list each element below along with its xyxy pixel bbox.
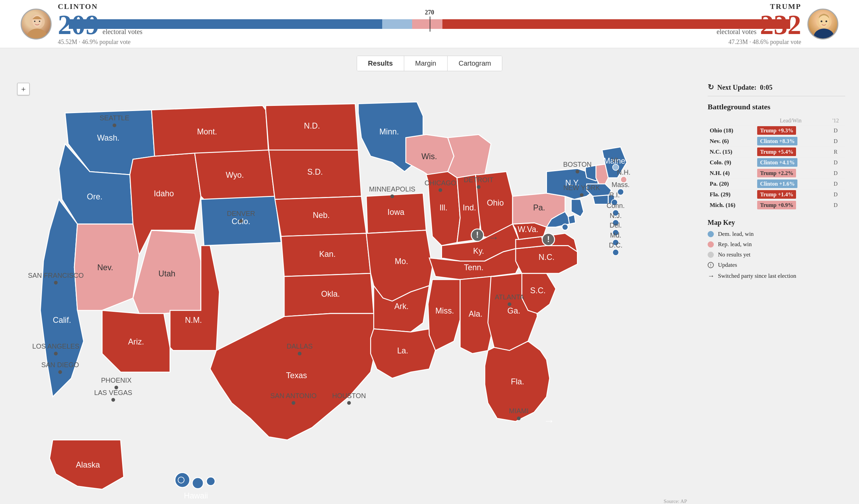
label-del-small: Del. <box>610 221 622 229</box>
threshold-line <box>430 17 430 32</box>
svg-point-6 <box>814 29 834 40</box>
city-phoenix: PHOENIX <box>101 376 132 384</box>
state-wyoming[interactable] <box>195 150 275 202</box>
key-updates: ! Updates <box>708 262 845 269</box>
battleground-y12-0: D <box>826 125 845 136</box>
battleground-lead-5: Clinton +1.6% <box>755 179 826 189</box>
state-mississippi[interactable] <box>428 280 460 350</box>
state-nevada[interactable] <box>74 224 139 310</box>
battleground-row-1[interactable]: Nev. (6)Clinton +8.3%D <box>708 136 845 147</box>
city-atlanta: ATLANTA <box>495 293 525 301</box>
battleground-lead-4: Trump +2.2% <box>755 168 826 179</box>
city-nyc: NEW YORK <box>563 184 600 191</box>
key-updates-label: Updates <box>718 262 737 269</box>
state-louisiana[interactable] <box>371 329 435 379</box>
key-dot-none <box>708 252 714 258</box>
dot-dc-small <box>613 249 619 255</box>
battleground-state-name-1: Nev. (6) <box>708 136 755 147</box>
key-switched: → Switched party since last election <box>708 272 845 280</box>
key-exclaim-icon: ! <box>708 262 714 268</box>
battleground-row-4[interactable]: N.H. (4)Trump +2.2%D <box>708 168 845 179</box>
arrow-indiana: → <box>488 231 499 244</box>
bar-trump <box>442 19 790 29</box>
dot-boston <box>576 170 579 174</box>
state-nebraska[interactable] <box>275 196 366 237</box>
state-texas[interactable] <box>210 314 377 440</box>
next-update-label: Next Update: <box>717 84 756 91</box>
state-south-carolina[interactable] <box>522 273 556 314</box>
dot-sf <box>54 281 58 285</box>
key-dem: Dem. lead, win <box>708 231 845 238</box>
trump-avatar <box>807 9 838 40</box>
clinton-ev-label: electoral votes <box>103 28 142 36</box>
exclaim-michigan-label: ! <box>476 230 479 239</box>
battleground-y12-6: D <box>826 189 845 200</box>
state-alaska[interactable] <box>50 440 124 490</box>
dot-atlanta <box>508 303 512 306</box>
clinton-avatar <box>21 9 52 40</box>
dot-chicago <box>439 188 442 192</box>
label-nh-small: N.H. <box>617 168 630 176</box>
dot-san-antonio <box>292 401 296 405</box>
battleground-state-name-6: Fla. (29) <box>708 189 755 200</box>
state-kansas[interactable] <box>281 233 371 277</box>
zoom-button[interactable]: + <box>17 83 30 95</box>
tab-results[interactable]: Results <box>357 56 404 71</box>
battleground-row-7[interactable]: Mich. (16)Trump +0.9%D <box>708 200 845 211</box>
battleground-lead-2: Trump +5.4% <box>755 147 826 157</box>
tab-cartogram[interactable]: Cartogram <box>448 56 502 71</box>
tab-margin[interactable]: Margin <box>404 56 448 71</box>
progress-bar <box>69 19 790 29</box>
city-houston: HOUSTON <box>332 392 366 399</box>
battleground-row-3[interactable]: Colo. (9)Clinton +4.1%D <box>708 157 845 168</box>
state-montana[interactable] <box>151 106 269 156</box>
city-seattle: SEATTLE <box>100 114 129 122</box>
key-rep-label: Rep. lead, win <box>718 241 752 248</box>
key-switched-label: Switched party since last election <box>718 273 796 280</box>
state-iowa[interactable] <box>366 193 426 233</box>
battleground-state-name-3: Colo. (9) <box>708 157 755 168</box>
state-connecticut[interactable] <box>593 195 608 204</box>
svg-point-4 <box>39 21 40 22</box>
map-key-title: Map Key <box>708 219 845 227</box>
state-new-jersey[interactable] <box>571 199 583 217</box>
state-oklahoma[interactable] <box>284 273 374 317</box>
battleground-state-name-2: N.C. (15) <box>708 147 755 157</box>
col-state <box>708 116 755 125</box>
city-minneapolis: MINNEAPOLIS <box>369 185 416 193</box>
battleground-state-name-7: Mich. (16) <box>708 200 755 211</box>
state-arizona[interactable] <box>102 310 170 372</box>
refresh-icon: ↻ <box>708 83 714 92</box>
svg-point-9 <box>826 20 827 22</box>
state-hawaii-2[interactable] <box>192 478 203 489</box>
state-dc[interactable] <box>562 224 568 230</box>
col-lead: Lead/Win <box>755 116 826 125</box>
label-md-small: Md. <box>610 231 621 239</box>
source-text: Source: AP <box>664 498 687 504</box>
state-hawaii-3[interactable] <box>206 477 215 485</box>
tabs: Results Margin Cartogram <box>357 56 503 71</box>
city-sf: SAN FRANCISCO <box>28 272 84 279</box>
battleground-lead-3: Clinton +4.1% <box>755 157 826 168</box>
header: CLINTON 209 electoral votes 45.52M · 46.… <box>0 0 859 48</box>
battleground-y12-1: D <box>826 136 845 147</box>
dot-nyc <box>580 193 584 197</box>
dot-denver <box>239 219 243 223</box>
city-la: LOS ANGELES <box>32 342 79 350</box>
battleground-row-5[interactable]: Pa. (20)Clinton +1.6%D <box>708 179 845 189</box>
state-north-dakota[interactable] <box>266 104 358 150</box>
label-nj-small: N.J. <box>610 212 622 219</box>
city-boston: BOSTON <box>563 161 592 168</box>
dot-detroit <box>477 185 481 189</box>
map-key: Map Key Dem. lead, win Rep. lead, win No… <box>708 219 845 280</box>
battleground-row-0[interactable]: Ohio (18)Trump +9.3%D <box>708 125 845 136</box>
state-south-dakota[interactable] <box>269 150 361 199</box>
dot-seattle <box>112 123 116 127</box>
battleground-lead-1: Clinton +8.3% <box>755 136 826 147</box>
battleground-row-6[interactable]: Fla. (29)Trump +1.4%D <box>708 189 845 200</box>
sidebar: ↻ Next Update: 0:05 Battleground states … <box>704 76 849 504</box>
city-chicago: CHICAGO <box>425 179 456 187</box>
trump-popular: 47.23M · 48.6% popular vote <box>717 39 801 46</box>
battleground-row-2[interactable]: N.C. (15)Trump +5.4%R <box>708 147 845 157</box>
state-north-carolina[interactable] <box>516 245 577 273</box>
